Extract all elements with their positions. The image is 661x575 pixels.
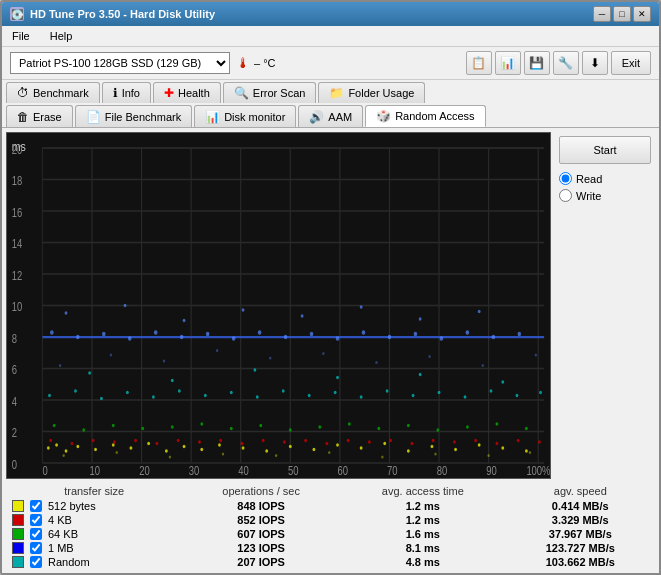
svg-text:6: 6 [12, 363, 17, 376]
svg-point-111 [466, 425, 469, 429]
cell-speed-4: 103.662 MB/s [506, 555, 655, 569]
svg-point-100 [141, 427, 144, 431]
read-radio[interactable] [559, 172, 572, 185]
drive-select[interactable]: Patriot PS-100 128GB SSD (129 GB) [10, 52, 230, 74]
svg-point-109 [407, 424, 410, 428]
svg-point-65 [360, 446, 363, 450]
tab-aam[interactable]: 🔊 AAM [298, 105, 363, 127]
svg-point-88 [368, 440, 371, 444]
svg-point-76 [113, 440, 116, 444]
svg-point-99 [112, 424, 115, 428]
maximize-button[interactable]: □ [613, 6, 631, 22]
read-radio-label[interactable]: Read [559, 172, 651, 185]
svg-point-186 [529, 451, 531, 454]
tab-file-benchmark[interactable]: 📄 File Benchmark [75, 105, 192, 127]
svg-point-175 [482, 364, 484, 367]
tab-folder-usage[interactable]: 📁 Folder Usage [318, 82, 425, 103]
title-bar-left: 💽 HD Tune Pro 3.50 - Hard Disk Utility [10, 7, 215, 21]
close-button[interactable]: ✕ [633, 6, 651, 22]
svg-point-178 [116, 451, 118, 454]
svg-point-167 [59, 364, 61, 367]
row-checkbox-3[interactable] [30, 542, 42, 554]
toolbar-btn-1[interactable]: 📋 [466, 51, 492, 75]
cell-label-2: 64 KB [6, 527, 182, 541]
svg-point-58 [200, 448, 203, 452]
svg-point-101 [171, 425, 174, 429]
svg-point-67 [407, 449, 410, 453]
main-window: 💽 HD Tune Pro 3.50 - Hard Disk Utility ─… [0, 0, 661, 575]
tab-erase[interactable]: 🗑 Erase [6, 105, 73, 127]
svg-point-150 [282, 389, 285, 393]
tab-benchmark[interactable]: ⏱ Benchmark [6, 82, 100, 103]
svg-point-133 [65, 311, 68, 315]
start-button[interactable]: Start [559, 136, 651, 164]
row-checkbox-1[interactable] [30, 514, 42, 526]
tab-random-access[interactable]: 🎲 Random Access [365, 105, 485, 127]
svg-point-159 [516, 394, 519, 398]
svg-point-117 [128, 336, 132, 341]
svg-point-60 [242, 446, 245, 450]
menu-help[interactable]: Help [46, 28, 77, 44]
svg-point-137 [301, 314, 304, 318]
write-radio[interactable] [559, 189, 572, 202]
svg-point-104 [259, 424, 262, 428]
svg-point-79 [177, 439, 180, 443]
row-label-text-1: 4 KB [48, 514, 72, 526]
tab-health[interactable]: ✚ Health [153, 82, 221, 103]
side-panel: Start Read Write [555, 132, 655, 479]
minimize-button[interactable]: ─ [593, 6, 611, 22]
svg-point-72 [525, 449, 528, 453]
cell-label-4: Random [6, 555, 182, 569]
color-indicator-4 [12, 556, 24, 568]
content-area: ms 20 18 [2, 127, 659, 483]
svg-point-185 [487, 454, 489, 457]
row-checkbox-4[interactable] [30, 556, 42, 568]
svg-point-83 [262, 439, 265, 443]
toolbar-btn-2[interactable]: 📊 [495, 51, 521, 75]
toolbar-btn-3[interactable]: 💾 [524, 51, 550, 75]
cell-access-1: 1.2 ms [340, 513, 506, 527]
toolbar-icons: 📋 📊 💾 🔧 ⬇ Exit [466, 51, 651, 75]
title-bar: 💽 HD Tune Pro 3.50 - Hard Disk Utility ─… [2, 2, 659, 26]
svg-point-85 [304, 439, 307, 443]
row-label-text-0: 512 bytes [48, 500, 96, 512]
col-header-ops: operations / sec [182, 483, 340, 499]
toolbar: Patriot PS-100 128GB SSD (129 GB) 🌡 – °C… [2, 47, 659, 80]
exit-button[interactable]: Exit [611, 51, 651, 75]
svg-point-103 [230, 427, 233, 431]
cell-speed-1: 3.329 MB/s [506, 513, 655, 527]
menu-file[interactable]: File [8, 28, 34, 44]
svg-point-61 [265, 449, 268, 453]
tab-disk-monitor[interactable]: 📊 Disk monitor [194, 105, 296, 127]
row-checkbox-0[interactable] [30, 500, 42, 512]
svg-point-114 [50, 330, 54, 335]
svg-text:8: 8 [12, 332, 17, 345]
row-checkbox-2[interactable] [30, 528, 42, 540]
svg-point-160 [539, 391, 542, 395]
chart-svg: ms 20 18 [7, 133, 550, 478]
svg-point-144 [126, 391, 129, 395]
svg-point-75 [92, 439, 95, 443]
row-label-text-2: 64 KB [48, 528, 78, 540]
svg-point-59 [218, 443, 221, 447]
svg-point-154 [386, 389, 389, 393]
toolbar-btn-5[interactable]: ⬇ [582, 51, 608, 75]
svg-point-115 [76, 335, 80, 340]
svg-point-129 [440, 336, 444, 341]
tab-info[interactable]: ℹ Info [102, 82, 151, 103]
svg-point-155 [412, 394, 415, 398]
toolbar-btn-4[interactable]: 🔧 [553, 51, 579, 75]
tab-file-benchmark-label: File Benchmark [105, 111, 181, 123]
benchmark-icon: ⏱ [17, 86, 29, 100]
tab-disk-monitor-label: Disk monitor [224, 111, 285, 123]
svg-text:20: 20 [139, 464, 149, 477]
svg-point-163 [253, 368, 256, 372]
tab-error-scan-label: Error Scan [253, 87, 306, 99]
tab-error-scan[interactable]: 🔍 Error Scan [223, 82, 317, 103]
svg-point-116 [102, 332, 106, 337]
svg-point-48 [47, 446, 50, 450]
write-radio-label[interactable]: Write [559, 189, 651, 202]
svg-point-80 [198, 440, 201, 444]
svg-point-149 [256, 395, 259, 399]
svg-text:50: 50 [288, 464, 298, 477]
